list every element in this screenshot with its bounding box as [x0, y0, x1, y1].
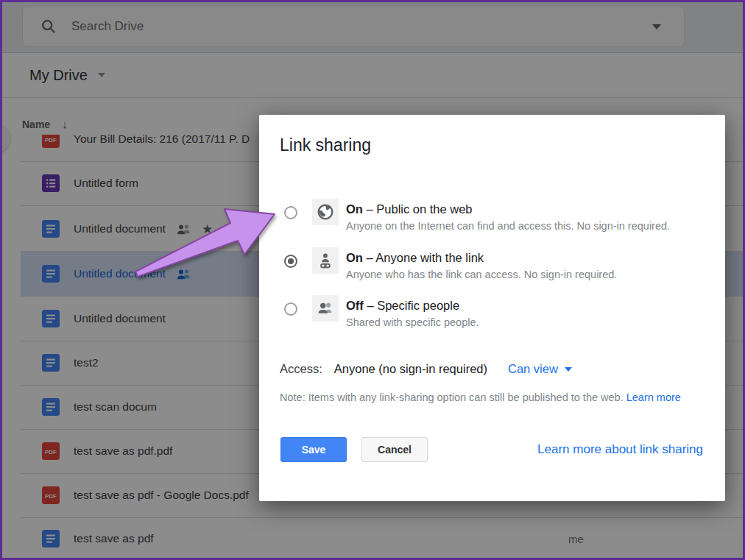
- option-anyone-with-link[interactable]: On – Anyone with the link Anyone who has…: [284, 251, 710, 297]
- people-icon: [312, 295, 339, 322]
- option-text: Off – Specific people Shared with specif…: [346, 299, 479, 328]
- learn-more-about-link-sharing-link[interactable]: Learn more about link sharing: [537, 442, 703, 457]
- radio-specific-people[interactable]: [284, 302, 297, 316]
- chevron-down-icon: [565, 367, 572, 372]
- option-public-on-web[interactable]: On – Public on the web Anyone on the Int…: [284, 202, 710, 248]
- radio-anyone-with-link[interactable]: [284, 255, 297, 268]
- save-button[interactable]: Save: [280, 437, 347, 462]
- person-link-icon: [312, 247, 339, 274]
- link-sharing-dialog: Link sharing On – Public on the web Anyo…: [259, 115, 725, 501]
- note-text: Note: Items with any link-sharing option…: [280, 391, 681, 403]
- option-text: On – Public on the web Anyone on the Int…: [346, 202, 670, 232]
- option-text: On – Anyone with the link Anyone who has…: [346, 251, 617, 280]
- radio-public-on-web[interactable]: [284, 206, 297, 219]
- option-specific-people[interactable]: Off – Specific people Shared with specif…: [284, 299, 710, 344]
- can-view-dropdown[interactable]: Can view: [508, 362, 572, 376]
- access-label: Access:: [280, 362, 322, 376]
- dialog-footer: Save Cancel Learn more about link sharin…: [280, 437, 703, 462]
- drive-window: Search Drive My Drive Name ↓ PDF Your Bi…: [0, 0, 745, 560]
- access-value: Anyone (no sign-in required): [334, 362, 487, 376]
- access-row: Access: Anyone (no sign-in required) Can…: [280, 362, 572, 376]
- globe-icon: [312, 199, 339, 225]
- learn-more-link[interactable]: Learn more: [626, 391, 681, 403]
- dialog-title: Link sharing: [280, 135, 371, 155]
- cancel-button[interactable]: Cancel: [361, 437, 428, 462]
